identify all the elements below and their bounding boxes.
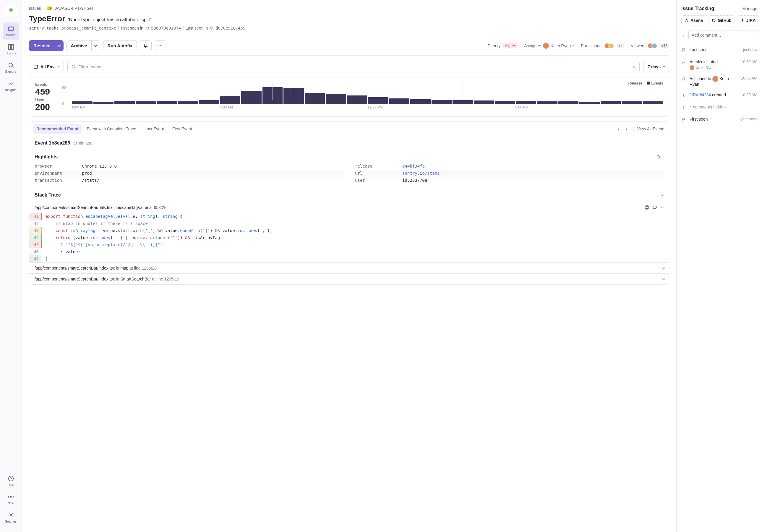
highlight-row: transaction/stats/ [35, 177, 343, 184]
chevron-up-icon[interactable] [660, 205, 665, 210]
highlight-key: transaction [35, 178, 82, 183]
tracking-manage[interactable]: Manage [742, 6, 757, 11]
tab-complete-trace[interactable]: Event with Complete Trace [83, 124, 139, 134]
flag-icon [681, 48, 687, 53]
close-icon[interactable] [632, 65, 636, 69]
avatar [712, 76, 718, 82]
activity-time: 10:30 AM [741, 59, 757, 64]
tab-last-event[interactable]: Last Event [141, 124, 168, 134]
nav-issues-label: Issues [6, 33, 16, 37]
participants-group[interactable]: Participants +4 [581, 43, 624, 49]
highlight-value[interactable]: d44bf34fa [402, 164, 425, 169]
autofix-button[interactable]: Run Autofix [103, 40, 137, 51]
more-button[interactable] [155, 40, 166, 51]
first-seen-version[interactable]: 59d078e91074 [151, 26, 181, 31]
tracker-asana[interactable]: Asana [681, 15, 706, 26]
cloud-icon[interactable] [652, 205, 657, 210]
activity-item: First seenyesterday [681, 114, 757, 126]
highlight-key: environment [35, 171, 82, 176]
chart-bar [622, 101, 642, 104]
archive-dropdown[interactable] [91, 40, 100, 51]
activity-link[interactable]: JIRA #4234 [690, 93, 711, 97]
highlight-row: userid:2837708 [355, 177, 663, 184]
svg-point-15 [687, 21, 688, 22]
highlight-row: released44bf34fa [355, 163, 663, 170]
event-id: Event 1b8ea286 [35, 140, 70, 146]
activity-title: JIRA #4234 created [690, 93, 738, 97]
frame-header[interactable]: ./app/components/smartSearchBar/utils.ts… [29, 202, 669, 213]
resolve-button[interactable]: Resolve [29, 40, 55, 51]
frame-header[interactable]: ./app/components/smartSearchBar/index.ts… [29, 274, 669, 284]
activity-title: First seen [690, 117, 738, 121]
tracker-github[interactable]: GitHub [709, 15, 735, 26]
chevron-down-icon [94, 43, 97, 47]
resolve-dropdown[interactable] [55, 40, 63, 51]
assignee-group[interactable]: Assignee Keith Ryan [524, 43, 574, 49]
chart-bar [136, 101, 156, 104]
comment-input[interactable] [688, 30, 757, 40]
activity-item: 4 comments hidden [681, 102, 757, 114]
nav-new[interactable]: New [3, 491, 19, 508]
activity-menu[interactable]: ⋮ [681, 33, 686, 38]
search-icon [71, 64, 76, 69]
nav-help[interactable]: Help [3, 472, 19, 490]
nav-boards-label: Boards [6, 51, 16, 55]
resolve-split: Resolve [29, 40, 63, 51]
chart-bar [72, 101, 93, 104]
highlight-value: id:2837708 [402, 178, 427, 183]
chart-bar [220, 96, 241, 104]
stats-card: Events 459 Users 200 Release Events 80 0 [29, 77, 669, 117]
highlight-key: browser [35, 164, 82, 169]
svg-point-17 [683, 106, 684, 107]
dots-icon [158, 43, 163, 48]
app-logo[interactable] [5, 5, 17, 17]
bell-icon [143, 43, 148, 48]
chevron-down-icon[interactable] [662, 277, 665, 280]
archive-button[interactable]: Archive [66, 40, 91, 51]
nav-help-label: Help [7, 483, 14, 487]
tracker-jira[interactable]: JIRA [737, 15, 759, 26]
tab-recommended[interactable]: Recommended Event [33, 124, 82, 134]
chevron-down-icon[interactable] [661, 193, 664, 196]
tab-first-event[interactable]: First Event [169, 124, 196, 134]
issue-meta: sentry.tasks.process_commit_context | Fi… [29, 26, 669, 31]
project-badge: JS [47, 7, 52, 10]
chart-bar [453, 100, 473, 104]
view-all-events[interactable]: View All Events [637, 126, 665, 131]
events-label: Events [35, 82, 50, 87]
highlight-row: urlsentry.io/stats [355, 170, 663, 177]
highlights-edit[interactable]: Edit [656, 155, 663, 159]
chart-bar [389, 99, 410, 104]
nav-insights[interactable]: Insights [3, 77, 19, 95]
release-marker [294, 82, 294, 100]
jira-icon [740, 18, 744, 23]
boards-icon [8, 44, 14, 50]
release-marker [357, 82, 357, 100]
range-filter[interactable]: 7 days [643, 61, 669, 72]
highlight-value: prod [82, 171, 92, 176]
frame-header[interactable]: ./app/components/smartSearchBar/index.ts… [29, 263, 669, 273]
notifications-button[interactable] [140, 40, 152, 51]
breadcrumb-root[interactable]: Issues [29, 6, 41, 11]
nav-explore[interactable]: Explore [3, 59, 19, 76]
events-value: 459 [35, 87, 50, 96]
events-search-input[interactable] [76, 61, 632, 72]
chevron-left-icon[interactable] [616, 126, 621, 131]
github-icon[interactable] [645, 205, 649, 210]
highlight-value[interactable]: sentry.io/stats [402, 171, 439, 176]
chart-bar [601, 101, 621, 104]
env-filter[interactable]: All Env. [29, 61, 64, 72]
chevron-down-icon[interactable] [662, 266, 665, 269]
breadcrumb: Issues › JS JAVASCRIPT-SHGH [29, 6, 669, 11]
nav-boards[interactable]: Boards [3, 41, 19, 58]
last-seen-version[interactable]: d078e9107459 [215, 26, 245, 31]
chart-bar [241, 91, 262, 104]
nav-settings[interactable]: Settings [3, 509, 19, 526]
priority-group[interactable]: Priority High [488, 43, 517, 48]
viewers-group[interactable]: Viewers +16 [631, 43, 669, 49]
chevron-right-icon[interactable] [624, 126, 629, 131]
stack-frame: ./app/components/smartSearchBar/utils.ts… [29, 202, 669, 263]
chevron-down-icon [572, 44, 574, 46]
users-value: 200 [35, 102, 50, 112]
nav-issues[interactable]: Issues [3, 23, 19, 39]
